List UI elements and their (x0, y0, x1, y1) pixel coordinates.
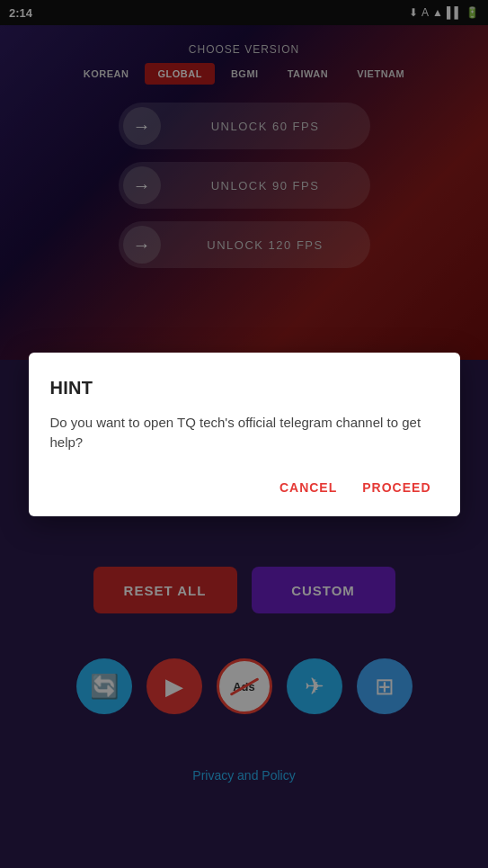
proceed-button[interactable]: PROCEED (355, 475, 438, 500)
hint-dialog: HINT Do you want to open TQ tech's offic… (29, 353, 460, 516)
dialog-body: Do you want to open TQ tech's official t… (50, 413, 439, 453)
dialog-actions: CANCEL PROCEED (50, 475, 439, 500)
dialog-overlay: HINT Do you want to open TQ tech's offic… (0, 0, 488, 868)
dialog-title: HINT (50, 378, 439, 398)
cancel-button[interactable]: CANCEL (272, 475, 344, 500)
